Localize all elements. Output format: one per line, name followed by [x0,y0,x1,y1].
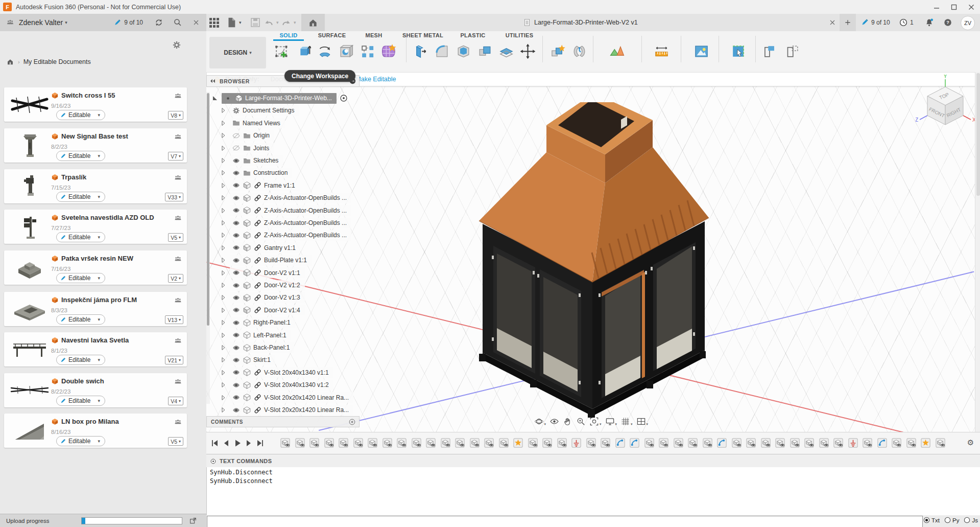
document-title[interactable]: Double swich [61,377,104,385]
tree-item[interactable]: Origin [230,130,274,141]
tree-item[interactable]: Sketches [230,155,283,166]
tree-row[interactable]: Build-Plate v1:1 [211,254,312,266]
ribbon-tab-surface[interactable]: SURFACE [318,32,346,38]
version-dropdown[interactable]: V5▾ [168,437,183,446]
timeline-feature-joint[interactable] [877,438,887,448]
tree-row[interactable]: Door-V2 v1:1 [211,267,305,279]
tree-item[interactable]: Z-Axis-Actuator-OpenBuilds ... [230,205,351,216]
tree-row[interactable]: Sketches [211,154,283,167]
document-card[interactable]: Navestni lavka Svetla8/1/23Editable▾V21▾ [4,332,187,366]
expand-arrow-icon[interactable] [220,194,227,201]
tree-item[interactable]: Z-Axis-Actuator-OpenBuilds ... [230,218,351,228]
eye-icon[interactable] [232,206,241,215]
timeline-feature-comp[interactable] [586,438,596,448]
tree-row[interactable]: Z-Axis-Actuator-OpenBuilds ... [211,204,351,217]
timeline-feature-comp[interactable] [833,438,843,448]
zoom-icon[interactable] [576,417,586,426]
document-card[interactable]: Double swich8/22/23Editable▾V4▾ [4,373,187,407]
timeline-feature-joint[interactable] [630,438,639,448]
timeline-feature-comp[interactable] [470,438,480,448]
version-dropdown[interactable]: V13▾ [165,315,183,324]
tree-row[interactable]: Origin [211,129,274,142]
minimize-button[interactable] [928,1,945,14]
timeline-feature-comp[interactable] [790,438,800,448]
tree-row[interactable]: Construction [211,167,292,179]
timeline-feature-comp[interactable] [703,438,712,448]
extrude-button[interactable] [293,40,313,62]
shell-button[interactable] [453,40,473,62]
eye-icon[interactable] [232,156,241,165]
timeline-feature-comp[interactable] [412,438,421,448]
tree-row[interactable]: V-Slot 20x20x1420 Linear Ra... [211,404,353,416]
eye-icon[interactable] [232,306,241,314]
plane-button[interactable] [607,40,627,62]
eye-icon[interactable] [232,343,241,352]
tree-item[interactable]: Construction [230,168,292,178]
tree-item[interactable]: Left-Panel:1 [230,330,291,340]
timeline-feature-comp[interactable] [324,438,334,448]
eye-icon[interactable] [232,356,241,364]
expand-arrow-icon[interactable] [220,169,227,176]
expand-arrow-icon[interactable] [220,182,227,189]
timeline-feature-ground[interactable] [848,438,858,448]
canvas-button[interactable] [691,40,711,62]
timeline-feature-comp[interactable] [601,438,610,448]
timeline-feature-comp[interactable] [339,438,348,448]
editable-status-dropdown[interactable]: Editable▾ [56,192,105,202]
timeline-feature-comp[interactable] [688,438,698,448]
tree-row[interactable]: V-Slot 20x40x1340 v1:1 [211,366,333,379]
document-card[interactable]: Patka vršek resin NEW7/16/23Editable▾V2▾ [4,250,187,285]
step-forward-button[interactable] [243,438,254,448]
job-status-indicator[interactable]: 1 [899,18,914,27]
timeline-feature-comp[interactable] [775,438,785,448]
mode-radio-py[interactable]: Py [944,517,959,523]
version-dropdown[interactable]: V4▾ [168,397,183,405]
tree-item[interactable]: Door-V2 v1:4 [230,305,305,315]
timeline-feature-comp[interactable] [368,438,377,448]
create-sketch-button[interactable] [272,40,291,62]
eye-icon[interactable] [232,194,241,202]
step-back-button[interactable] [221,438,232,448]
expand-arrow-icon[interactable] [220,282,227,289]
skip-start-button[interactable] [209,438,221,448]
tree-row[interactable]: Door-V2 v1:3 [211,291,305,304]
grid-display-icon[interactable]: ▾ [620,417,633,426]
timeline-feature-comp[interactable] [804,438,814,448]
expand-arrow-icon[interactable] [220,132,227,139]
tree-item[interactable]: Named Views [230,118,285,128]
display-settings-icon[interactable]: ▾ [605,417,617,426]
timeline-feature-star[interactable] [921,438,930,448]
timeline-feature-comp[interactable] [397,438,407,448]
expand-arrow-icon[interactable] [220,369,227,376]
breadcrumb-label[interactable]: My Editable Documents [23,58,91,65]
editable-status-dropdown[interactable]: Editable▾ [56,314,105,325]
document-card[interactable]: Trpaslík7/15/23Editable▾V33▾ [4,169,187,203]
version-dropdown[interactable]: V21▾ [165,356,183,364]
select-button[interactable] [728,40,748,62]
timeline-feature-comp[interactable] [674,438,683,448]
tree-row[interactable]: Z-Axis-Actuator-OpenBuilds ... [211,217,351,229]
timeline-feature-comp[interactable] [455,438,465,448]
tree-row[interactable]: Left-Panel:1 [211,329,291,341]
eye-icon[interactable] [232,381,241,389]
eye-icon[interactable] [232,231,241,240]
tree-item[interactable]: Right-Panel:1 [230,317,295,328]
mode-radio-txt[interactable]: Txt [923,517,940,523]
eye-icon[interactable] [224,94,232,103]
hole-button[interactable] [336,40,355,62]
tree-item[interactable]: Joints [230,143,274,153]
quota-indicator[interactable]: 9 of 10 [861,18,890,27]
ribbon-tab-solid[interactable]: SOLID [279,32,297,38]
tree-row[interactable]: Gantry v1:1 [211,242,300,254]
text-commands-output[interactable]: SynHub.DisconnectSynHub.Disconnect [206,467,980,515]
viewports-icon[interactable]: ▾ [636,417,649,426]
expand-arrow-icon[interactable] [211,95,219,102]
editable-status-dropdown[interactable]: Editable▾ [56,396,105,406]
eye-icon[interactable] [232,268,241,277]
version-dropdown[interactable]: V5▾ [168,233,183,242]
timeline-settings-gear-icon[interactable]: ⚙ [966,439,975,447]
activate-component-icon[interactable] [339,94,348,103]
eye-icon[interactable] [232,331,241,339]
expand-arrow-icon[interactable] [220,120,227,127]
view-cube[interactable]: Y Z X TOP FRONT RIGHT [916,75,975,132]
